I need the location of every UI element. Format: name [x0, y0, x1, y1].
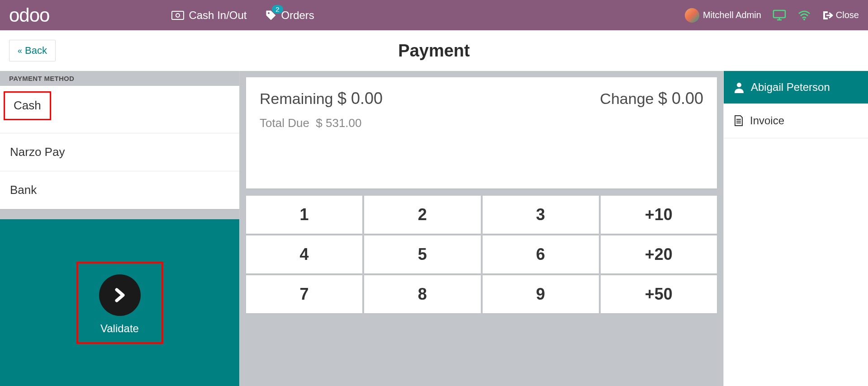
total-due-row: Total Due $ 531.00 — [260, 116, 703, 130]
cash-in-out-label: Cash In/Out — [189, 9, 247, 22]
main: PAYMENT METHOD Cash Narzo Pay Bank Valid… — [0, 71, 868, 386]
validate-button[interactable]: Validate — [0, 219, 239, 386]
center-panel: Remaining $ 0.00 Change $ 0.00 Total Due… — [240, 71, 723, 386]
close-button[interactable]: Close — [822, 10, 859, 20]
user-name: Mitchell Admin — [703, 10, 761, 20]
customer-name: Abigail Peterson — [751, 81, 830, 94]
validate-circle — [99, 274, 141, 316]
left-spacer — [0, 209, 239, 219]
person-icon — [734, 81, 745, 93]
status-row1: Remaining $ 0.00 Change $ 0.00 — [260, 89, 703, 108]
total-due-label: Total Due — [260, 116, 309, 130]
svg-rect-3 — [773, 10, 785, 18]
topbar-right: Mitchell Admin Close — [685, 8, 859, 23]
payment-method-bank[interactable]: Bank — [0, 171, 239, 209]
back-button[interactable]: « Back — [9, 40, 56, 61]
payment-method-cash[interactable]: Cash — [4, 91, 51, 120]
exit-icon — [822, 10, 833, 20]
cash-in-out-button[interactable]: Cash In/Out — [171, 9, 247, 22]
change-value: $ 0.00 — [658, 89, 703, 108]
orders-button[interactable]: 2 Orders — [265, 9, 314, 22]
page-title: Payment — [398, 41, 470, 61]
chevron-left-double-icon: « — [18, 46, 22, 56]
key-1[interactable]: 1 — [246, 196, 362, 234]
change-group: Change $ 0.00 — [600, 89, 703, 108]
svg-point-2 — [268, 12, 270, 14]
avatar — [685, 8, 699, 23]
cash-icon — [171, 11, 184, 20]
close-label: Close — [836, 10, 859, 20]
svg-point-1 — [176, 14, 180, 17]
key-2[interactable]: 2 — [364, 196, 480, 234]
key-9[interactable]: 9 — [483, 275, 599, 313]
remaining-value: $ 0.00 — [337, 89, 383, 108]
user-menu[interactable]: Mitchell Admin — [685, 8, 761, 23]
payment-method-panel: PAYMENT METHOD Cash Narzo Pay Bank Valid… — [0, 71, 240, 386]
payment-method-item-wrap: Cash — [0, 86, 239, 133]
payment-method-list: Cash Narzo Pay Bank — [0, 86, 239, 209]
key-5[interactable]: 5 — [364, 235, 480, 273]
topbar: odoo Cash In/Out 2 Orders Mitchell Admin — [0, 0, 868, 30]
orders-label: Orders — [281, 9, 314, 22]
validate-label: Validate — [100, 322, 139, 335]
monitor-icon[interactable] — [773, 9, 786, 21]
logo: odoo — [9, 5, 49, 26]
orders-badge: 2 — [272, 5, 283, 14]
invoice-label: Invoice — [750, 114, 784, 127]
svg-point-7 — [737, 83, 741, 87]
total-due-value: $ 531.00 — [316, 116, 361, 130]
chevron-right-icon — [112, 286, 128, 304]
svg-rect-0 — [172, 11, 184, 19]
tag-icon: 2 — [265, 9, 277, 21]
topbar-center: Cash In/Out 2 Orders — [171, 9, 684, 22]
validate-highlight: Validate — [77, 263, 162, 343]
invoice-button[interactable]: Invoice — [724, 104, 868, 138]
key-6[interactable]: 6 — [483, 235, 599, 273]
back-label: Back — [25, 45, 47, 56]
keypad: 1 2 3 +10 4 5 6 +20 7 8 9 +50 — [246, 196, 717, 313]
remaining-label: Remaining — [260, 90, 333, 107]
key-plus50[interactable]: +50 — [601, 275, 717, 313]
key-3[interactable]: 3 — [483, 196, 599, 234]
subheader: « Back Payment — [0, 30, 868, 71]
key-plus10[interactable]: +10 — [601, 196, 717, 234]
change-label: Change — [600, 90, 654, 107]
key-plus20[interactable]: +20 — [601, 235, 717, 273]
remaining-group: Remaining $ 0.00 — [260, 89, 383, 108]
payment-method-header: PAYMENT METHOD — [0, 71, 239, 86]
key-8[interactable]: 8 — [364, 275, 480, 313]
svg-point-6 — [803, 19, 805, 20]
wifi-icon[interactable] — [797, 10, 811, 21]
key-4[interactable]: 4 — [246, 235, 362, 273]
status-box: Remaining $ 0.00 Change $ 0.00 Total Due… — [246, 77, 717, 188]
customer-button[interactable]: Abigail Peterson — [724, 71, 868, 104]
right-panel: Abigail Peterson Invoice — [723, 71, 868, 386]
key-7[interactable]: 7 — [246, 275, 362, 313]
payment-method-narzo-pay[interactable]: Narzo Pay — [0, 133, 239, 171]
document-icon — [734, 115, 744, 127]
